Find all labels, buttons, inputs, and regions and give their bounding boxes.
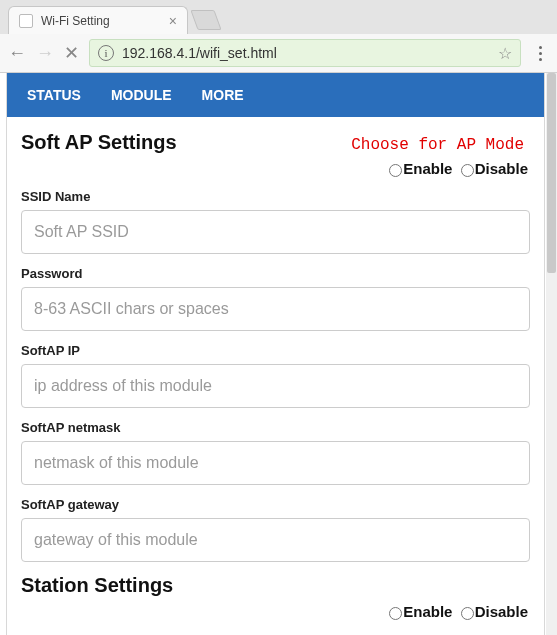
- softap-disable-radio[interactable]: [461, 164, 474, 177]
- nav-more[interactable]: MORE: [202, 87, 244, 103]
- new-tab-button[interactable]: [190, 10, 221, 30]
- softap-enable-option[interactable]: Enable: [389, 160, 452, 177]
- stop-button[interactable]: ✕: [64, 44, 79, 62]
- address-bar[interactable]: i 192.168.4.1/wifi_set.html ☆: [89, 39, 521, 67]
- browser-tab[interactable]: Wi-Fi Setting ×: [8, 6, 188, 34]
- nav-module[interactable]: MODULE: [111, 87, 172, 103]
- station-enable-option[interactable]: Enable: [389, 603, 452, 620]
- softap-disable-option[interactable]: Disable: [461, 160, 528, 177]
- tab-close-icon[interactable]: ×: [169, 13, 177, 29]
- page-body: STATUS MODULE MORE Soft AP Settings Choo…: [6, 73, 545, 635]
- password-label: Password: [21, 266, 530, 281]
- softap-gateway-label: SoftAP gateway: [21, 497, 530, 512]
- station-enable-radio[interactable]: [389, 607, 402, 620]
- tab-title: Wi-Fi Setting: [41, 14, 110, 28]
- bookmark-star-icon[interactable]: ☆: [498, 44, 512, 63]
- softap-netmask-label: SoftAP netmask: [21, 420, 530, 435]
- back-button[interactable]: ←: [8, 44, 26, 62]
- tab-strip: Wi-Fi Setting ×: [0, 0, 557, 34]
- softap-section: Soft AP Settings Choose for AP Mode Enab…: [7, 117, 544, 568]
- browser-menu-button[interactable]: [531, 46, 549, 61]
- browser-toolbar: ← → ✕ i 192.168.4.1/wifi_set.html ☆: [0, 34, 557, 72]
- softap-gateway-input[interactable]: [21, 518, 530, 562]
- station-enable-row: Enable Disable: [21, 603, 530, 620]
- softap-netmask-input[interactable]: [21, 441, 530, 485]
- softap-header-row: Soft AP Settings Choose for AP Mode: [21, 131, 530, 154]
- tab-favicon: [19, 14, 33, 28]
- nav-status[interactable]: STATUS: [27, 87, 81, 103]
- softap-heading: Soft AP Settings: [21, 131, 177, 154]
- softap-ip-input[interactable]: [21, 364, 530, 408]
- softap-ip-label: SoftAP IP: [21, 343, 530, 358]
- softap-enable-row: Enable Disable: [21, 160, 530, 177]
- page-navbar: STATUS MODULE MORE: [7, 73, 544, 117]
- site-info-icon[interactable]: i: [98, 45, 114, 61]
- browser-chrome: Wi-Fi Setting × ← → ✕ i 192.168.4.1/wifi…: [0, 0, 557, 73]
- scrollbar-thumb[interactable]: [547, 73, 556, 273]
- scrollbar-track[interactable]: [546, 73, 557, 635]
- softap-enable-radio[interactable]: [389, 164, 402, 177]
- ssid-label: SSID Name: [21, 189, 530, 204]
- url-text: 192.168.4.1/wifi_set.html: [122, 45, 490, 61]
- ssid-input[interactable]: [21, 210, 530, 254]
- softap-annotation: Choose for AP Mode: [351, 136, 524, 154]
- forward-button[interactable]: →: [36, 44, 54, 62]
- station-disable-option[interactable]: Disable: [461, 603, 528, 620]
- password-input[interactable]: [21, 287, 530, 331]
- station-heading: Station Settings: [21, 574, 530, 597]
- station-section: Station Settings Enable Disable: [7, 568, 544, 626]
- viewport: STATUS MODULE MORE Soft AP Settings Choo…: [0, 73, 557, 635]
- station-disable-radio[interactable]: [461, 607, 474, 620]
